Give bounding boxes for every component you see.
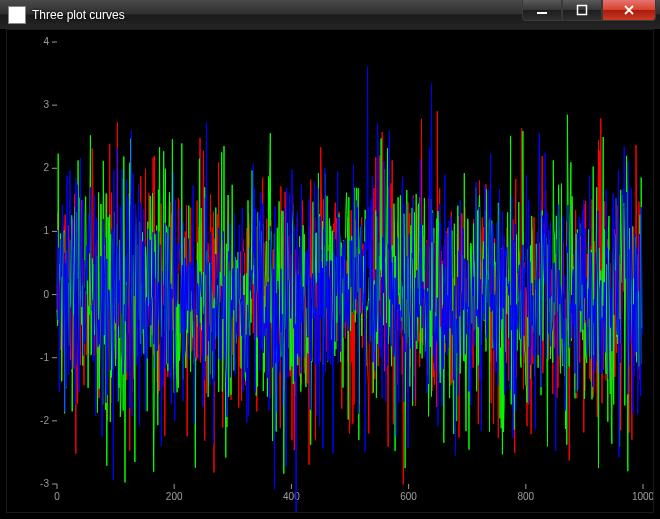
svg-rect-0 <box>537 12 547 14</box>
close-icon <box>622 4 636 16</box>
svg-text:-2: -2 <box>40 415 49 426</box>
chart-canvas: -3-2-10123402004006008001000 <box>7 30 653 512</box>
app-icon <box>8 6 26 24</box>
svg-text:200: 200 <box>166 491 183 502</box>
plot-area[interactable]: -3-2-10123402004006008001000 <box>7 30 653 512</box>
svg-text:-1: -1 <box>40 352 49 363</box>
client-area: -3-2-10123402004006008001000 <box>6 29 654 513</box>
title-bar[interactable]: Three plot curves <box>0 0 660 30</box>
series-curve3 <box>57 67 642 512</box>
close-button[interactable] <box>602 0 656 21</box>
minimize-button[interactable] <box>522 0 562 21</box>
svg-text:4: 4 <box>43 36 49 47</box>
window-title: Three plot curves <box>32 8 125 22</box>
svg-text:0: 0 <box>43 289 49 300</box>
svg-text:0: 0 <box>54 491 60 502</box>
svg-text:600: 600 <box>400 491 417 502</box>
svg-text:3: 3 <box>43 99 49 110</box>
svg-text:1000: 1000 <box>632 491 653 502</box>
svg-text:1: 1 <box>43 225 49 236</box>
maximize-button[interactable] <box>562 0 602 21</box>
minimize-icon <box>536 4 548 16</box>
svg-text:-3: -3 <box>40 478 49 489</box>
maximize-icon <box>576 4 588 16</box>
window-buttons <box>522 0 656 21</box>
app-window: Three plot curves -3-2-10123402004006008… <box>0 0 660 519</box>
svg-text:800: 800 <box>517 491 534 502</box>
svg-text:2: 2 <box>43 162 49 173</box>
svg-rect-1 <box>578 6 587 15</box>
svg-text:400: 400 <box>283 491 300 502</box>
